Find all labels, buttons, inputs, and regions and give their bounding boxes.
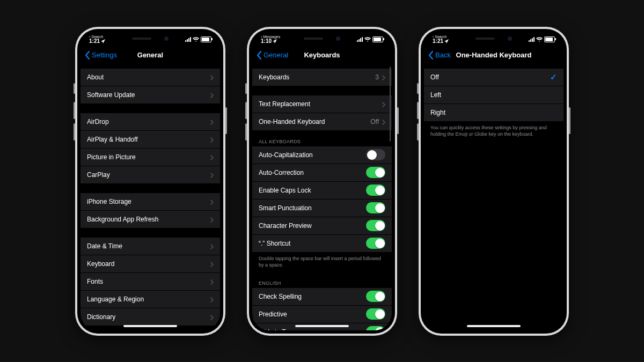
status-right xyxy=(185,36,211,42)
settings-row[interactable]: Left xyxy=(424,86,564,104)
signal-icon xyxy=(185,37,191,42)
row-label: Smart Punctuation xyxy=(259,204,366,212)
status-breadcrumb[interactable]: ‹ Search xyxy=(89,35,103,39)
settings-group: Off✓LeftRight xyxy=(424,69,564,121)
status-bar: ‹ Search1:21 xyxy=(424,34,564,45)
chevron-right-icon xyxy=(210,199,214,204)
location-icon xyxy=(101,39,106,44)
settings-row[interactable]: Software Update xyxy=(80,86,220,104)
settings-row[interactable]: About xyxy=(80,69,220,86)
home-indicator[interactable] xyxy=(123,325,177,327)
content[interactable]: AboutSoftware UpdateAirDropAirPlay & Han… xyxy=(80,64,220,330)
row-label: iPhone Storage xyxy=(87,198,210,205)
settings-row[interactable]: Auto-Correction xyxy=(252,164,392,182)
toggle-switch[interactable] xyxy=(366,220,385,231)
settings-row[interactable]: Check Spelling xyxy=(252,288,392,306)
row-label: One-Handed Keyboard xyxy=(259,118,370,125)
row-label: AirDrop xyxy=(87,118,210,125)
home-indicator[interactable] xyxy=(295,325,349,327)
settings-row[interactable]: Off✓ xyxy=(424,69,564,86)
settings-row[interactable]: AirDrop xyxy=(80,113,220,131)
settings-row[interactable]: Enable Caps Lock xyxy=(252,182,392,200)
toggle-switch[interactable] xyxy=(366,291,385,302)
nav-bar: GeneralKeyboards xyxy=(252,46,392,64)
wifi-icon xyxy=(364,37,371,42)
chevron-right-icon xyxy=(210,243,214,249)
status-breadcrumb[interactable]: ‹ Messages xyxy=(261,35,280,39)
chevron-right-icon xyxy=(382,119,385,124)
back-button[interactable]: Settings xyxy=(85,51,117,60)
settings-row[interactable]: Dictionary xyxy=(80,308,220,326)
content[interactable]: Off✓LeftRightYou can quickly access thes… xyxy=(424,64,564,330)
settings-row[interactable]: Picture in Picture xyxy=(80,149,220,166)
section-header: ENGLISH xyxy=(252,272,392,288)
back-button[interactable]: Back xyxy=(428,51,451,60)
toggle-switch[interactable] xyxy=(366,238,385,249)
battery-icon xyxy=(201,36,211,42)
section-footer: You can quickly access these settings by… xyxy=(424,121,564,141)
settings-row[interactable]: CarPlay xyxy=(80,166,220,183)
home-indicator[interactable] xyxy=(467,325,521,327)
settings-row[interactable]: Smart Punctuation xyxy=(252,200,392,217)
status-bar: ‹ Messages1:10 xyxy=(252,34,392,45)
settings-row[interactable]: Predictive xyxy=(252,306,392,323)
settings-row[interactable]: Character Preview xyxy=(252,217,392,235)
phone-frame: ‹ Search1:21SettingsGeneralAboutSoftware… xyxy=(75,27,225,336)
row-label: Background App Refresh xyxy=(87,216,210,223)
settings-row[interactable]: Text Replacement xyxy=(252,95,392,113)
battery-icon xyxy=(372,36,383,42)
settings-row[interactable]: Right xyxy=(424,104,564,121)
toggle-switch[interactable] xyxy=(366,326,385,330)
row-label: CarPlay xyxy=(87,171,210,179)
signal-icon xyxy=(357,37,363,42)
settings-row[interactable]: AirPlay & Handoff xyxy=(80,131,220,149)
settings-row[interactable]: Language & Region xyxy=(80,291,220,308)
row-label: Fonts xyxy=(87,278,210,285)
chevron-right-icon xyxy=(210,261,214,267)
section-footer: Double tapping the space bar will insert… xyxy=(252,252,392,272)
settings-row[interactable]: Keyboards3 xyxy=(252,69,392,86)
status-time: 1:21 xyxy=(89,39,100,44)
chevron-right-icon xyxy=(210,92,214,98)
stage: ‹ Search1:21SettingsGeneralAboutSoftware… xyxy=(0,0,644,362)
row-label: Auto-Capitalization xyxy=(259,151,366,159)
toggle-switch[interactable] xyxy=(366,167,385,178)
settings-group: AboutSoftware Update xyxy=(80,69,220,104)
scrollbar[interactable] xyxy=(390,67,391,142)
row-label: Text Replacement xyxy=(259,100,382,108)
toggle-switch[interactable] xyxy=(366,202,385,213)
settings-row[interactable]: “.” Shortcut xyxy=(252,235,392,252)
row-label: About xyxy=(87,73,210,81)
row-label: Software Update xyxy=(87,91,210,99)
settings-row[interactable]: Fonts xyxy=(80,273,220,291)
back-button[interactable]: General xyxy=(257,51,288,60)
signal-icon xyxy=(529,37,535,42)
settings-row[interactable]: iPhone Storage xyxy=(80,193,220,211)
row-label: Auto-Correction xyxy=(259,169,366,176)
status-time: 1:21 xyxy=(433,39,443,44)
status-breadcrumb[interactable]: ‹ Search xyxy=(433,35,447,39)
row-label: Keyboard xyxy=(87,260,210,268)
settings-row[interactable]: Keyboard xyxy=(80,255,220,273)
row-label: Dictionary xyxy=(87,313,210,321)
row-label: Date & Time xyxy=(87,242,210,250)
settings-group: iPhone StorageBackground App Refresh xyxy=(80,193,220,228)
toggle-switch[interactable] xyxy=(366,308,385,320)
settings-group: Auto-CapitalizationAuto-CorrectionEnable… xyxy=(252,146,392,252)
section-header: ALL KEYBOARDS xyxy=(252,130,392,146)
content[interactable]: Keyboards3Text ReplacementOne-Handed Key… xyxy=(252,64,392,330)
status-right xyxy=(529,36,555,42)
settings-row[interactable]: Background App Refresh xyxy=(80,211,220,228)
row-detail: Off xyxy=(370,118,379,125)
settings-row[interactable]: Auto-Capitalization xyxy=(252,146,392,164)
toggle-switch[interactable] xyxy=(366,184,385,196)
settings-row[interactable]: Date & Time xyxy=(80,238,220,255)
screen: ‹ Messages1:10GeneralKeyboardsKeyboards3… xyxy=(252,32,392,330)
row-label: Picture in Picture xyxy=(87,153,210,161)
location-icon xyxy=(444,39,449,44)
row-label: “.” Shortcut xyxy=(259,240,366,247)
settings-row[interactable]: One-Handed KeyboardOff xyxy=(252,113,392,130)
nav-bar: BackOne-Handed Keyboard xyxy=(424,46,564,64)
toggle-switch[interactable] xyxy=(366,149,385,160)
status-time: 1:10 xyxy=(261,39,272,44)
